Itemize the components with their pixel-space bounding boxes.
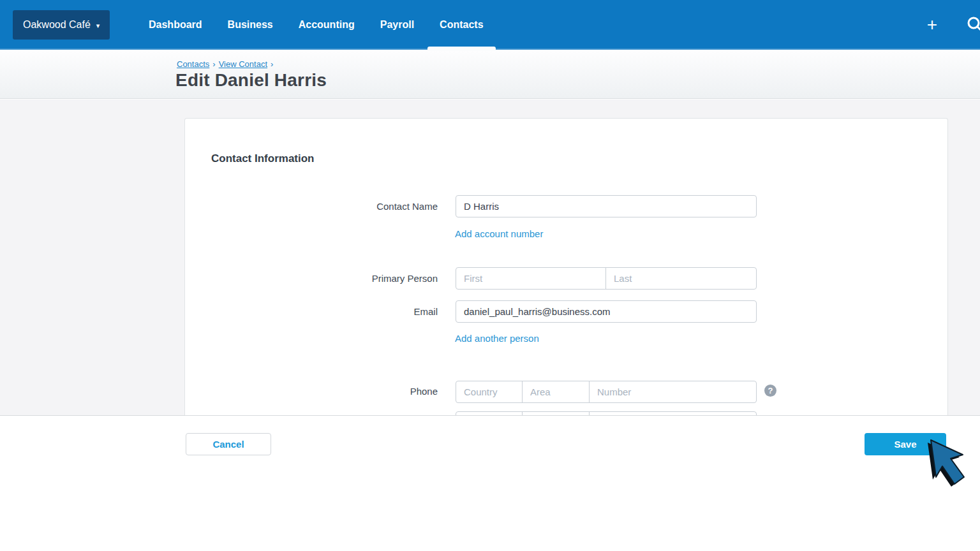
nav-item-dashboard[interactable]: Dashboard [149,0,202,50]
search-button[interactable] [966,0,980,50]
phone-number-input[interactable] [589,381,757,403]
plus-icon: + [927,15,937,35]
contact-name-input[interactable] [456,195,757,217]
phone-area-input[interactable] [522,381,590,403]
section-title: Contact Information [211,152,315,165]
save-button[interactable]: Save [865,433,946,455]
email-label: Email [185,306,438,317]
page-header: Contacts›View Contact› Edit Daniel Harri… [0,51,980,99]
primary-person-label: Primary Person [185,273,438,284]
quick-add-button[interactable]: + [921,0,943,50]
add-account-number-link[interactable]: Add account number [455,228,543,239]
email-input[interactable] [456,300,757,323]
page-title: Edit Daniel Harris [175,70,327,91]
org-name-label: Oakwood Café [23,19,91,31]
breadcrumb: Contacts›View Contact› [177,59,276,69]
phone-label: Phone [185,386,438,397]
nav-item-accounting[interactable]: Accounting [299,0,355,50]
cancel-button[interactable]: Cancel [186,433,271,455]
nav-item-business[interactable]: Business [228,0,273,50]
org-switcher-button[interactable]: Oakwood Café ▾ [13,10,110,40]
breadcrumb-view-contact-link[interactable]: View Contact [219,59,267,69]
top-navbar: Oakwood Café ▾ Dashboard Business Accoun… [0,0,980,50]
nav-item-contacts[interactable]: Contacts [440,0,483,50]
phone-help-icon[interactable]: ? [764,385,776,397]
nav-item-payroll[interactable]: Payroll [380,0,414,50]
breadcrumb-separator: › [212,59,215,69]
chevron-down-icon: ▾ [96,21,100,29]
contact-name-label: Contact Name [185,201,438,212]
first-name-input[interactable] [456,267,607,290]
breadcrumb-separator: › [271,59,273,69]
main-navigation: Dashboard Business Accounting Payroll Co… [149,0,484,50]
add-another-person-link[interactable]: Add another person [455,333,539,344]
breadcrumb-contacts-link[interactable]: Contacts [177,59,209,69]
last-name-input[interactable] [605,267,757,290]
phone-country-input[interactable] [456,381,523,403]
contact-form-card: Contact Information Contact Name Add acc… [184,118,948,415]
search-icon [966,15,980,34]
form-footer-bar: Cancel Save [0,415,980,551]
